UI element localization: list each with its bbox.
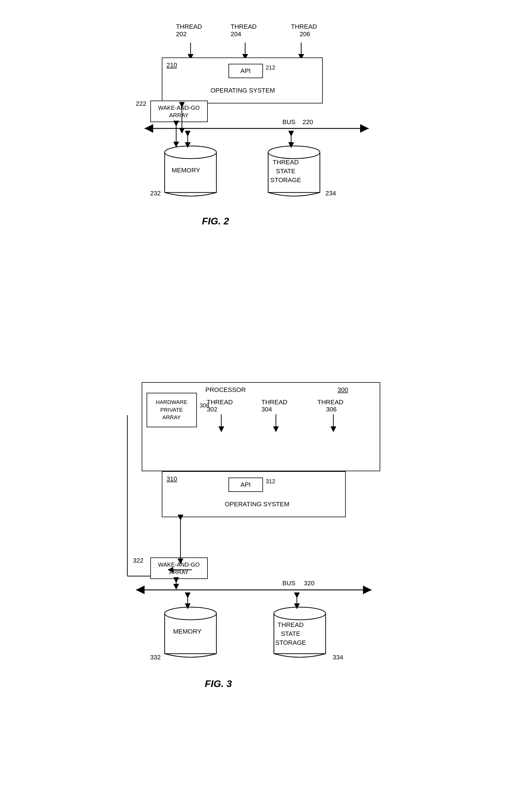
fig3-api-ref: 312 — [266, 478, 275, 485]
fig3-os-label: OPERATING SYSTEM — [186, 500, 329, 508]
svg-point-25 — [274, 607, 325, 620]
fig3-thread3-ref: 306 — [326, 406, 337, 413]
fig3-thread1-ref: 302 — [207, 406, 218, 413]
fig3-thread1-arrow — [217, 414, 226, 432]
fig3-processor-ref: 300 — [338, 386, 348, 394]
fig3-api-box: API — [228, 477, 263, 492]
fig2-bus-tss-arrow — [287, 133, 295, 146]
fig3-bus-mem-arrow — [183, 595, 192, 607]
fig3-bus-label: BUS — [283, 580, 295, 587]
fig3-processor-box: PROCESSOR 300 HARDWAREPRIVATEARRAY 308 T… — [142, 382, 380, 471]
fig2-thread2-arrow — [241, 42, 250, 60]
fig2-os-label: OPERATING SYSTEM — [186, 87, 300, 94]
fig3-memory-ref: 332 — [150, 654, 161, 661]
fig3-wake-ref: 322 — [133, 557, 144, 564]
fig2-api-label: API — [240, 67, 251, 75]
svg-point-22 — [165, 607, 217, 620]
fig3-os-wake-arrow — [176, 517, 185, 563]
fig3-wake-bus-arrow — [172, 580, 180, 588]
fig2-api-box: API — [228, 64, 263, 78]
page-container: THREAD 202 THREAD 204 THREAD 206 API 212 — [0, 0, 513, 812]
fig3-thread1-label: THREAD — [207, 399, 233, 406]
fig2-thread1-label: THREAD — [176, 23, 202, 30]
fig2-thread1-arrow — [186, 42, 195, 60]
fig3-os-box: API 312 310 OPERATING SYSTEM — [162, 471, 346, 517]
fig3-memory-label: MEMORY — [173, 628, 202, 635]
fig2-thread3-label: THREAD — [291, 23, 317, 30]
fig3-tss-label: THREADSTATESTORAGE — [275, 621, 306, 647]
fig3-api-label: API — [240, 481, 251, 489]
fig2-bus-memory-arrow — [183, 133, 192, 146]
fig3-diagram: PROCESSOR 300 HARDWAREPRIVATEARRAY 308 T… — [119, 379, 395, 776]
fig2-thread1-ref: 202 — [176, 30, 187, 38]
fig3-thread3-arrow — [329, 414, 338, 432]
fig2-memory-ref: 232 — [150, 190, 161, 197]
fig3-bus-arrow — [133, 586, 374, 594]
fig2-os-box: API 212 210 OPERATING SYSTEM — [162, 57, 323, 104]
fig3-tss-ref: 334 — [333, 654, 343, 661]
fig3-bus-ref: 320 — [304, 580, 315, 587]
fig2-diagram: THREAD 202 THREAD 204 THREAD 206 API 212 — [127, 17, 386, 356]
fig2-os-ref: 210 — [167, 61, 177, 69]
fig2-thread3-ref: 206 — [300, 30, 310, 38]
svg-point-7 — [165, 146, 217, 158]
fig2-tss-label: THREADSTATESTORAGE — [270, 158, 301, 184]
fig2-thread2-label: THREAD — [231, 23, 257, 30]
fig2-memory-label: MEMORY — [172, 167, 200, 174]
fig2-bus-label: BUS — [283, 118, 295, 126]
fig2-wake-bus-arrow — [172, 123, 180, 146]
fig2-thread3-arrow — [297, 42, 306, 60]
fig3-caption: FIG. 3 — [205, 678, 232, 689]
fig3-thread2-ref: 304 — [261, 406, 272, 413]
svg-point-10 — [268, 146, 320, 158]
fig2-tss-ref: 234 — [325, 190, 336, 197]
fig2-caption: FIG. 2 — [202, 215, 229, 227]
fig2-wake-ref: 222 — [136, 100, 147, 108]
fig3-thread3-label: THREAD — [318, 399, 343, 406]
fig2-api-ref: 212 — [266, 64, 275, 71]
fig3-processor-label: PROCESSOR — [205, 386, 246, 394]
fig2-thread2-ref: 204 — [231, 30, 241, 38]
fig3-os-wake-horiz — [169, 567, 195, 573]
fig3-bus-tss-arrow — [292, 595, 301, 607]
fig2-bus-ref: 220 — [303, 118, 313, 126]
fig3-thread2-label: THREAD — [261, 399, 287, 406]
fig3-thread2-arrow — [272, 414, 280, 432]
